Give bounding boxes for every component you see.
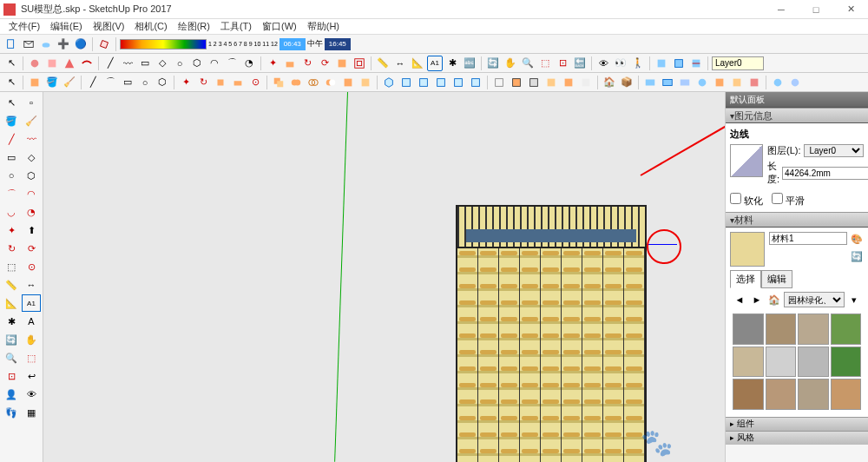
- red-tool-3[interactable]: [62, 56, 77, 71]
- new-file-icon[interactable]: [3, 36, 19, 52]
- material-swatch-11[interactable]: [831, 379, 862, 410]
- lt-walk[interactable]: 👣: [2, 404, 21, 421]
- menu-window[interactable]: 窗口(W): [259, 20, 300, 33]
- circle2-icon[interactable]: ○: [137, 75, 153, 90]
- section-cut-icon[interactable]: [688, 56, 704, 71]
- lt-pie[interactable]: ◔: [22, 203, 41, 221]
- iso-icon[interactable]: [381, 75, 397, 90]
- lt-rotate[interactable]: ↻: [2, 240, 21, 257]
- pie-icon[interactable]: ◔: [241, 56, 257, 71]
- scale-icon[interactable]: [334, 56, 350, 71]
- lt-tape[interactable]: 📏: [2, 276, 21, 294]
- right-icon[interactable]: [433, 75, 449, 90]
- lt-paint[interactable]: 🪣: [2, 112, 21, 129]
- material-swatch-1[interactable]: [766, 314, 797, 345]
- subtract-icon[interactable]: [323, 75, 339, 90]
- lt-text[interactable]: A1: [22, 294, 41, 312]
- top-icon[interactable]: [398, 75, 414, 90]
- soften-checkbox[interactable]: 软化: [730, 193, 763, 208]
- material-swatch-5[interactable]: [766, 346, 797, 378]
- rotated-rect-icon[interactable]: ◇: [155, 56, 170, 71]
- previous-icon[interactable]: 🔙: [572, 56, 588, 71]
- minimize-button[interactable]: ─: [764, 0, 799, 19]
- lt-rect[interactable]: ▭: [2, 148, 21, 166]
- poly2-icon[interactable]: ⬡: [155, 75, 170, 90]
- lt-component[interactable]: ▫: [22, 94, 41, 111]
- offset2-icon[interactable]: ⊙: [247, 75, 263, 90]
- menu-help[interactable]: 帮助(H): [304, 20, 343, 33]
- lt-zoomwin[interactable]: ⬚: [22, 349, 41, 366]
- section-icon[interactable]: [654, 56, 669, 71]
- time-start[interactable]: 06:43: [279, 38, 306, 50]
- union-icon[interactable]: [288, 75, 304, 90]
- lt-3dtext[interactable]: A: [22, 313, 41, 330]
- material-swatch-6[interactable]: [798, 346, 829, 378]
- mono-icon[interactable]: [578, 75, 594, 90]
- material-name[interactable]: [769, 232, 847, 245]
- lt-arc[interactable]: ⌒: [2, 185, 21, 202]
- lt-axes[interactable]: ✱: [2, 313, 21, 330]
- menu-camera[interactable]: 相机(C): [131, 20, 170, 33]
- render7-icon[interactable]: [746, 75, 762, 90]
- pushpull2-icon[interactable]: [230, 75, 246, 90]
- material-preview[interactable]: [730, 232, 765, 267]
- layer-select[interactable]: Layer0: [804, 144, 865, 157]
- material-swatch-0[interactable]: [733, 314, 764, 345]
- mail-icon[interactable]: [21, 36, 36, 52]
- fwd-nav-icon[interactable]: ►: [749, 292, 765, 307]
- back-nav-icon[interactable]: ◄: [732, 292, 747, 307]
- red-tool-1[interactable]: [27, 56, 43, 71]
- lt-offset[interactable]: ⊙: [22, 258, 41, 275]
- render2-icon[interactable]: [660, 75, 675, 90]
- text-icon[interactable]: A1: [427, 56, 443, 71]
- pan-icon[interactable]: ✋: [503, 56, 518, 71]
- render1-icon[interactable]: [642, 75, 658, 90]
- split-icon[interactable]: [358, 75, 373, 90]
- zoom-icon[interactable]: 🔍: [520, 56, 536, 71]
- lt-protractor[interactable]: 📐: [2, 294, 21, 312]
- material-swatch-7[interactable]: [831, 346, 862, 378]
- rect-icon[interactable]: ▭: [137, 56, 153, 71]
- axes-icon[interactable]: ✱: [444, 56, 460, 71]
- rotate-icon[interactable]: ↻: [299, 56, 315, 71]
- close-button[interactable]: ✕: [833, 0, 868, 19]
- line-icon[interactable]: ╱: [102, 56, 118, 71]
- arc3-icon[interactable]: ⌒: [102, 75, 118, 90]
- length-input[interactable]: [782, 167, 868, 180]
- lt-prev[interactable]: ↩: [22, 367, 41, 385]
- menu-tools[interactable]: 工具(T): [217, 20, 255, 33]
- home-nav-icon[interactable]: 🏠: [766, 292, 782, 307]
- arc2-icon[interactable]: ⌒: [224, 56, 240, 71]
- wireframe-icon[interactable]: [509, 75, 524, 90]
- lt-section[interactable]: ▦: [22, 404, 41, 421]
- make-component-icon[interactable]: [27, 75, 43, 90]
- lt-select[interactable]: ↖: [2, 94, 21, 111]
- left-icon[interactable]: [468, 75, 483, 90]
- paint-icon[interactable]: 🪣: [44, 75, 60, 90]
- cloud-icon[interactable]: [38, 36, 54, 52]
- zoom-extents-icon[interactable]: ⊡: [555, 56, 570, 71]
- render3-icon[interactable]: [677, 75, 693, 90]
- red-tool-2[interactable]: [44, 56, 60, 71]
- smooth-checkbox[interactable]: 平滑: [772, 193, 805, 208]
- lt-move[interactable]: ✦: [2, 221, 21, 239]
- house-icon[interactable]: 🏠: [602, 75, 617, 90]
- lt-dim[interactable]: ↔: [22, 276, 41, 294]
- material-swatch-9[interactable]: [766, 379, 797, 410]
- front-icon[interactable]: [416, 75, 431, 90]
- protractor-icon[interactable]: 📐: [410, 56, 425, 71]
- tape-icon[interactable]: 📏: [375, 56, 391, 71]
- lt-zoom[interactable]: 🔍: [2, 349, 21, 366]
- offset-icon[interactable]: [352, 56, 367, 71]
- render5-icon[interactable]: [712, 75, 727, 90]
- material-category[interactable]: 园林绿化、地被层和: [784, 292, 845, 307]
- line2-icon[interactable]: ╱: [85, 75, 101, 90]
- lt-look[interactable]: 👁: [22, 386, 41, 403]
- lt-circle[interactable]: ○: [2, 167, 21, 184]
- lt-rotrect[interactable]: ◇: [22, 148, 41, 166]
- tab-select[interactable]: 选择: [730, 270, 761, 288]
- intersect-icon[interactable]: [306, 75, 321, 90]
- sphere-icon[interactable]: 🔵: [73, 36, 89, 52]
- arrow-icon[interactable]: ↖: [3, 75, 19, 90]
- lt-zoomext[interactable]: ⊡: [2, 367, 21, 385]
